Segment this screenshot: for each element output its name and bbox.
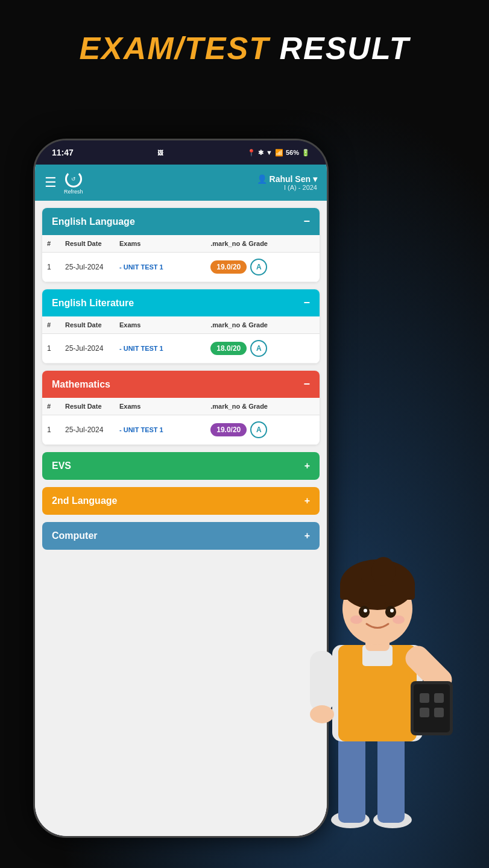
col-exams: Exams: [115, 316, 206, 334]
mark-badge: 19.0/20: [210, 423, 247, 436]
svg-rect-2: [338, 735, 365, 823]
row-num: 1: [42, 415, 60, 445]
col-date: Result Date: [60, 398, 115, 415]
table-mathematics: # Result Date Exams .mark_no & Grade 1 2…: [42, 398, 320, 445]
col-mark-grade: .mark_no & Grade: [206, 235, 320, 253]
grade-badge: A: [250, 259, 267, 275]
svg-point-20: [310, 705, 334, 723]
character-illustration: [272, 494, 483, 856]
status-icons: 📍 ✱ ▼ 📶 56% 🔋: [247, 149, 310, 157]
battery-icon: 🔋: [301, 149, 310, 157]
subject-header-english-literature[interactable]: English Literature −: [42, 289, 320, 316]
table-english-language: # Result Date Exams .mark_no & Grade 1 2…: [42, 235, 320, 282]
page-title: EXAM/TEST RESULT: [0, 30, 489, 66]
svg-rect-25: [434, 693, 444, 703]
character-svg: [293, 524, 462, 838]
battery-text: 56%: [286, 149, 299, 156]
location-icon: 📍: [247, 149, 256, 157]
col-hash: #: [42, 316, 60, 334]
mark-badge: 19.0/20: [210, 260, 247, 274]
toggle-english-literature[interactable]: −: [303, 297, 310, 309]
row-mark-grade: 19.0/20 A: [206, 415, 320, 445]
subject-name-computer: Computer: [52, 530, 98, 541]
dropdown-icon[interactable]: ▾: [313, 174, 317, 184]
toggle-mathematics[interactable]: −: [303, 378, 310, 391]
row-date: 25-Jul-2024: [60, 415, 115, 445]
svg-point-17: [350, 615, 362, 624]
row-mark-grade: 18.0/20 A: [206, 334, 320, 363]
row-exam[interactable]: - UNIT TEST 1: [115, 415, 206, 445]
subject-name-2nd-language: 2nd Language: [52, 495, 117, 506]
svg-point-12: [371, 557, 396, 586]
bluetooth-icon: ✱: [258, 149, 263, 157]
subject-header-mathematics[interactable]: Mathematics −: [42, 371, 320, 398]
header-right: 👤 Rahul Sen ▾ I (A) - 2024: [257, 174, 317, 191]
row-num: 1: [42, 334, 60, 363]
col-hash: #: [42, 398, 60, 415]
app-header: ☰ ↺ Refresh 👤 Rahul Sen ▾ I (A) - 2024: [35, 165, 327, 201]
row-exam[interactable]: - UNIT TEST 1: [115, 334, 206, 363]
col-date: Result Date: [60, 316, 115, 334]
title-exam: EXAM/TEST: [79, 31, 270, 66]
row-num: 1: [42, 253, 60, 282]
status-camera-icon: 🖼: [157, 149, 163, 156]
toggle-english-language[interactable]: −: [303, 215, 310, 228]
col-date: Result Date: [60, 235, 115, 253]
row-mark-grade: 19.0/20 A: [206, 253, 320, 282]
row-date: 25-Jul-2024: [60, 334, 115, 363]
svg-point-16: [390, 609, 394, 612]
row-date: 25-Jul-2024: [60, 253, 115, 282]
svg-rect-26: [420, 708, 429, 717]
refresh-icon: ↺: [65, 171, 82, 187]
table-row: 1 25-Jul-2024 - UNIT TEST 1 19.0/20 A: [42, 253, 320, 282]
subject-card-mathematics: Mathematics − # Result Date Exams .mark_…: [42, 371, 320, 445]
subject-name-english-language: English Language: [52, 216, 135, 227]
status-time: 11:47: [52, 148, 74, 157]
row-exam[interactable]: - UNIT TEST 1: [115, 253, 206, 282]
subject-card-english-literature: English Literature − # Result Date Exams…: [42, 289, 320, 363]
hamburger-menu[interactable]: ☰: [45, 175, 57, 190]
user-class: I (A) - 2024: [257, 184, 317, 191]
svg-rect-27: [434, 708, 444, 717]
title-result: RESULT: [270, 31, 410, 66]
refresh-label: Refresh: [64, 189, 83, 195]
user-name-text: Rahul Sen: [270, 174, 311, 184]
subject-name-evs: EVS: [52, 461, 71, 471]
user-name: 👤 Rahul Sen ▾: [257, 174, 317, 184]
svg-point-15: [364, 609, 367, 612]
user-icon: 👤: [257, 174, 267, 184]
svg-rect-19: [310, 651, 334, 711]
header-left: ☰ ↺ Refresh: [45, 171, 83, 195]
svg-rect-23: [414, 684, 450, 732]
refresh-button[interactable]: ↺ Refresh: [64, 171, 83, 195]
signal-icon: 📶: [275, 149, 283, 157]
col-exams: Exams: [115, 398, 206, 415]
subject-name-mathematics: Mathematics: [52, 379, 110, 390]
wifi-icon: ▼: [266, 149, 273, 156]
col-mark-grade: .mark_no & Grade: [206, 398, 320, 415]
mark-badge: 18.0/20: [210, 342, 247, 355]
col-mark-grade: .mark_no & Grade: [206, 316, 320, 334]
grade-badge: A: [250, 340, 267, 357]
col-exams: Exams: [115, 235, 206, 253]
subject-name-english-literature: English Literature: [52, 298, 134, 309]
subject-card-evs[interactable]: EVS +: [42, 452, 320, 480]
status-bar: 11:47 🖼 📍 ✱ ▼ 📶 56% 🔋: [35, 140, 327, 165]
table-row: 1 25-Jul-2024 - UNIT TEST 1 18.0/20 A: [42, 334, 320, 363]
svg-point-18: [393, 615, 405, 624]
character-body: [293, 524, 462, 856]
subject-card-english-language: English Language − # Result Date Exams .…: [42, 208, 320, 282]
table-english-literature: # Result Date Exams .mark_no & Grade 1 2…: [42, 316, 320, 363]
toggle-evs[interactable]: +: [304, 461, 310, 471]
svg-rect-24: [420, 693, 429, 703]
subject-header-english-language[interactable]: English Language −: [42, 208, 320, 235]
grade-badge: A: [250, 421, 267, 438]
svg-rect-3: [377, 735, 405, 823]
table-row: 1 25-Jul-2024 - UNIT TEST 1 19.0/20 A: [42, 415, 320, 445]
col-hash: #: [42, 235, 60, 253]
